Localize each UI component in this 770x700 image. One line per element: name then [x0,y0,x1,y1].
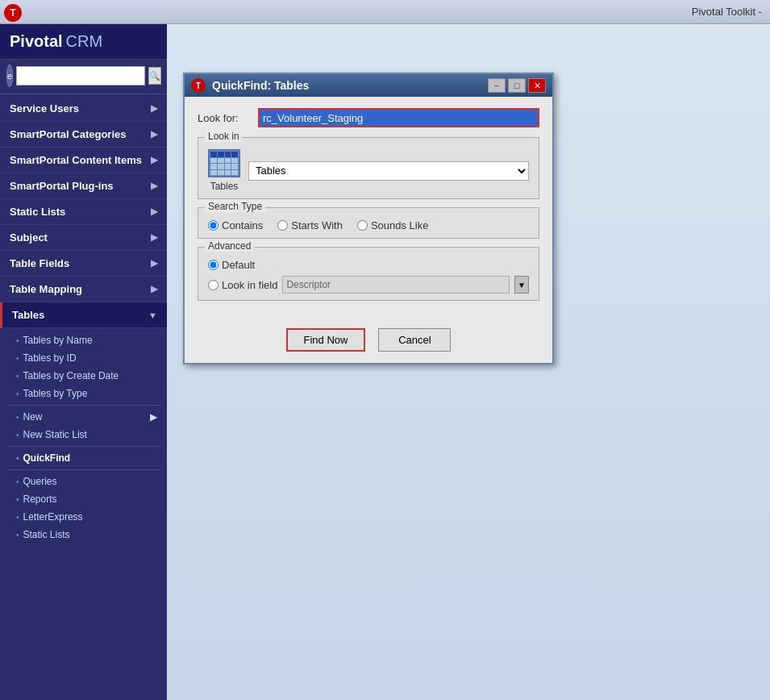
radio-look-in-field-label: Look in field [222,279,277,291]
sidebar-item-smartportal-content-items[interactable]: SmartPortal Content Items ▶ [0,148,167,173]
sidebar-item-table-mapping[interactable]: Table Mapping ▶ [0,277,167,302]
radio-sounds-like-label: Sounds Like [371,219,429,231]
look-in-legend: Look in [205,131,243,142]
bullet-icon: • [16,454,19,463]
radio-starts-with-input[interactable] [277,220,288,231]
submenu-divider-2 [6,446,160,447]
submenu-label: QuickFind [23,452,71,464]
submenu-new-static-list[interactable]: • New Static List [0,426,167,444]
maximize-button[interactable]: □ [508,78,526,93]
bullet-icon: • [16,354,19,363]
look-in-content: Tables Tables [208,144,529,192]
sidebar-icon-button[interactable]: e [6,65,13,87]
radio-starts-with[interactable]: Starts With [277,219,343,231]
bullet-icon: • [16,531,19,540]
submenu-reports[interactable]: • Reports [0,490,167,508]
sidebar-search-area: e 🔍 [0,60,167,92]
radio-default-label: Default [222,259,255,271]
quickfind-dialog: T QuickFind: Tables − □ ✕ Look for: [183,73,554,365]
arrow-icon: ▶ [151,284,157,294]
dialog-footer: Find Now Cancel [185,320,552,363]
sidebar-item-service-users[interactable]: Service Users ▶ [0,96,167,122]
submenu-letterexpress[interactable]: • LetterExpress [0,508,167,526]
arrow-icon: ▶ [151,129,157,140]
submenu-static-lists[interactable]: • Static Lists [0,526,167,544]
radio-contains[interactable]: Contains [208,219,263,231]
look-for-input[interactable] [258,108,539,127]
cancel-button[interactable]: Cancel [378,328,451,352]
content-area: T QuickFind: Tables − □ ✕ Look for: [167,24,770,700]
arrow-icon: ▶ [151,232,157,243]
submenu-queries[interactable]: • Queries [0,473,167,490]
minimize-button[interactable]: − [488,78,506,93]
arrow-down-icon: ▼ [148,310,157,320]
sidebar-search-input[interactable] [16,66,145,85]
bullet-icon: • [16,431,19,440]
arrow-icon: ▶ [151,181,157,191]
bullet-icon: • [16,477,19,486]
radio-look-in-field[interactable]: Look in field [208,279,277,291]
submenu-label: LetterExpress [23,511,83,523]
main-layout: Pivotal CRM e 🔍 Service Users ▶ SmartPor… [0,24,770,700]
arrow-icon: ▶ [151,206,157,217]
search-type-legend: Search Type [205,201,265,212]
sidebar-item-smartportal-categories[interactable]: SmartPortal Categories ▶ [0,122,167,148]
radio-starts-with-label: Starts With [291,219,343,231]
sidebar-item-label: SmartPortal Categories [10,128,127,140]
brand-pivotal: Pivotal [10,32,63,51]
sidebar: Pivotal CRM e 🔍 Service Users ▶ SmartPor… [0,24,167,700]
advanced-legend: Advanced [205,240,254,252]
dialog-logo: T [191,78,206,93]
submenu-tables-by-name[interactable]: • Tables by Name [0,331,167,349]
look-in-group: Look in [198,137,539,199]
sidebar-item-label: Table Fields [10,257,69,269]
sidebar-item-tables[interactable]: Tables ▼ [0,302,167,328]
submenu-label: Tables by Name [23,335,93,346]
arrow-icon: ▶ [150,411,157,423]
radio-contains-input[interactable] [208,220,219,231]
submenu-label: Tables by Type [23,388,88,399]
submenu-new[interactable]: • New ▶ [0,408,167,426]
look-for-row: Look for: [198,108,539,127]
advanced-row-look-in-field: Look in field ▼ [208,276,529,294]
sidebar-item-static-lists[interactable]: Static Lists ▶ [0,199,167,225]
radio-default-input[interactable] [208,260,219,270]
arrow-icon: ▶ [151,258,157,269]
radio-look-in-field-input[interactable] [208,280,219,290]
radio-default[interactable]: Default [208,259,255,271]
dialog-controls: − □ ✕ [488,78,546,93]
sidebar-item-subject[interactable]: Subject ▶ [0,225,167,251]
app-logo: T [4,4,22,22]
look-in-field-input[interactable] [282,276,510,294]
look-in-sublabel: Tables [210,181,239,192]
advanced-row-default: Default [208,259,529,271]
arrow-icon: ▶ [151,103,157,114]
sidebar-item-smartportal-plugins[interactable]: SmartPortal Plug-ins ▶ [0,173,167,199]
sidebar-search-button[interactable]: 🔍 [148,67,161,85]
submenu-tables-by-create-date[interactable]: • Tables by Create Date [0,367,167,385]
submenu-quickfind[interactable]: • QuickFind [0,449,167,467]
dialog-titlebar[interactable]: T QuickFind: Tables − □ ✕ [185,74,552,97]
find-now-button[interactable]: Find Now [286,328,366,352]
tables-icon [208,149,240,177]
dialog-title-left: T QuickFind: Tables [191,78,309,93]
sidebar-item-label: SmartPortal Content Items [10,154,142,166]
sidebar-item-label: Subject [10,231,48,244]
submenu-label: New [23,411,43,423]
advanced-content: Default Look in field ▼ [208,254,529,294]
radio-sounds-like-input[interactable] [357,220,368,231]
sidebar-divider-top [0,94,167,94]
radio-contains-label: Contains [222,219,263,231]
close-button[interactable]: ✕ [528,78,546,93]
submenu-tables-by-id[interactable]: • Tables by ID [0,349,167,367]
submenu-tables-by-type[interactable]: • Tables by Type [0,385,167,402]
dialog-body: Look for: Look in [185,97,552,320]
radio-sounds-like[interactable]: Sounds Like [357,219,429,231]
submenu-divider-1 [6,405,160,406]
sidebar-item-table-fields[interactable]: Table Fields ▶ [0,251,167,277]
look-in-dropdown[interactable]: Tables [248,161,529,181]
look-for-label: Look for: [198,112,250,124]
field-dropdown-button[interactable]: ▼ [514,276,529,294]
sidebar-header: Pivotal CRM [0,24,167,60]
bullet-icon: • [16,413,19,422]
